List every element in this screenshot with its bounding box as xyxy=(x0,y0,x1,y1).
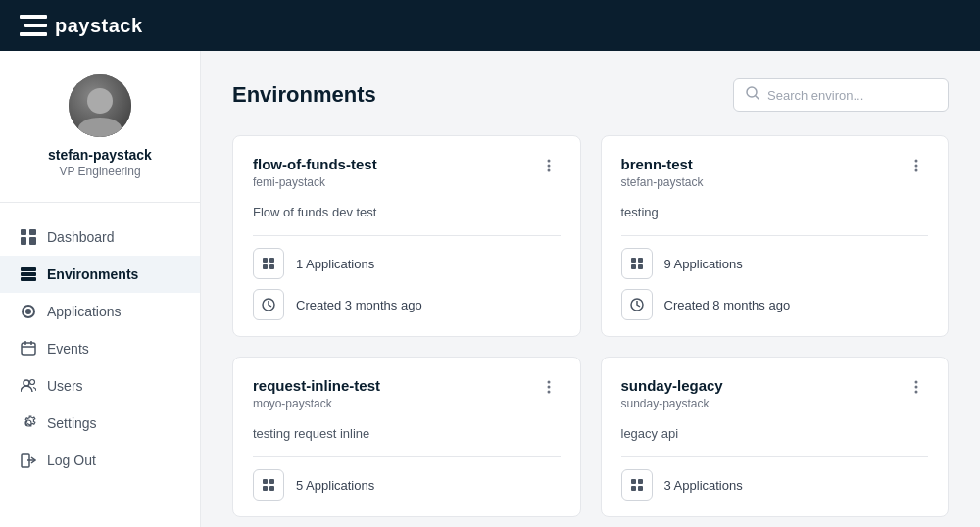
svg-point-38 xyxy=(547,391,550,394)
svg-point-43 xyxy=(915,381,918,384)
env-stat-created: Created 8 months ago xyxy=(621,289,929,320)
svg-rect-4 xyxy=(29,229,36,235)
svg-rect-9 xyxy=(21,277,36,281)
svg-rect-39 xyxy=(263,479,268,484)
env-menu-button[interactable] xyxy=(537,377,561,397)
topbar: paystack xyxy=(0,0,980,51)
logo-text: paystack xyxy=(55,15,143,37)
applications-stat-icon xyxy=(621,469,653,501)
svg-rect-46 xyxy=(631,479,636,484)
env-menu-button[interactable] xyxy=(537,156,561,175)
env-name: request-inline-test xyxy=(253,377,380,394)
svg-point-28 xyxy=(915,160,918,163)
env-stat-applications: 3 Applications xyxy=(621,469,929,501)
svg-rect-2 xyxy=(20,32,47,36)
svg-point-30 xyxy=(915,169,918,172)
svg-point-21 xyxy=(547,165,550,168)
sidebar-item-label: Applications xyxy=(47,304,122,319)
settings-icon xyxy=(20,414,37,432)
applications-stat-icon xyxy=(253,469,284,501)
svg-rect-48 xyxy=(631,486,636,491)
sidebar-item-users[interactable]: Users xyxy=(0,367,200,405)
env-stat-applications: 5 Applications xyxy=(253,469,561,501)
clock-stat-icon xyxy=(253,289,284,320)
env-applications-count: 9 Applications xyxy=(664,257,743,271)
env-menu-button[interactable] xyxy=(905,377,928,397)
sidebar-item-label: Dashboard xyxy=(47,229,115,245)
sidebar-item-label: Log Out xyxy=(47,453,96,468)
env-description: testing xyxy=(621,205,929,219)
svg-point-22 xyxy=(547,169,550,172)
env-divider xyxy=(621,456,929,457)
env-applications-count: 5 Applications xyxy=(296,478,374,493)
environment-card: brenn-test stefan-paystack testing xyxy=(601,135,950,337)
sidebar-item-label: Users xyxy=(47,378,83,394)
env-description: legacy api xyxy=(621,426,929,441)
env-description: Flow of funds dev test xyxy=(253,205,561,219)
svg-point-45 xyxy=(915,391,918,394)
svg-line-19 xyxy=(756,96,759,99)
applications-stat-icon xyxy=(253,248,284,279)
environment-card: sunday-legacy sunday-paystack legacy api xyxy=(601,357,950,517)
main-content: Environments flow-of-funds-test femi-pay… xyxy=(201,51,980,527)
env-stat-applications: 1 Applications xyxy=(253,248,561,279)
svg-point-37 xyxy=(547,386,550,389)
user-role: VP Engineering xyxy=(59,165,140,178)
svg-rect-24 xyxy=(270,258,274,263)
env-applications-count: 3 Applications xyxy=(664,478,743,493)
env-created-date: Created 8 months ago xyxy=(664,298,791,312)
environments-grid: flow-of-funds-test femi-paystack Flow of… xyxy=(232,135,949,517)
nav-menu: Dashboard Environments Applications xyxy=(0,203,200,527)
env-applications-count: 1 Applications xyxy=(296,257,374,271)
sidebar-item-label: Events xyxy=(47,341,89,357)
logo[interactable]: paystack xyxy=(20,15,143,37)
search-input[interactable] xyxy=(767,88,936,103)
user-name: stefan-paystack xyxy=(48,147,152,163)
users-icon xyxy=(20,377,37,395)
svg-rect-42 xyxy=(270,486,274,491)
sidebar-item-dashboard[interactable]: Dashboard xyxy=(0,218,200,256)
environments-icon xyxy=(20,265,37,283)
env-stat-applications: 9 Applications xyxy=(621,248,929,279)
svg-rect-8 xyxy=(21,272,36,276)
sidebar-item-label: Environments xyxy=(47,266,138,282)
svg-rect-49 xyxy=(638,486,643,491)
environment-card: flow-of-funds-test femi-paystack Flow of… xyxy=(232,135,581,337)
sidebar-item-logout[interactable]: Log Out xyxy=(0,442,200,479)
applications-stat-icon xyxy=(621,248,653,279)
logo-icon xyxy=(20,15,47,36)
svg-rect-6 xyxy=(29,237,36,245)
svg-rect-40 xyxy=(270,479,274,484)
env-owner: sunday-paystack xyxy=(621,397,723,410)
svg-rect-31 xyxy=(631,258,636,263)
svg-rect-3 xyxy=(21,229,26,235)
env-owner: stefan-paystack xyxy=(621,175,704,189)
svg-point-44 xyxy=(915,386,918,389)
search-box[interactable] xyxy=(733,78,949,112)
env-divider xyxy=(621,235,929,236)
avatar xyxy=(69,74,131,137)
svg-point-29 xyxy=(915,165,918,168)
svg-point-36 xyxy=(547,381,550,384)
svg-point-20 xyxy=(547,160,550,163)
env-stat-created: Created 3 months ago xyxy=(253,289,561,320)
sidebar-item-label: Settings xyxy=(47,415,97,431)
env-name: sunday-legacy xyxy=(621,377,723,394)
sidebar-item-settings[interactable]: Settings xyxy=(0,405,200,442)
env-name: flow-of-funds-test xyxy=(253,156,377,172)
svg-rect-10 xyxy=(22,343,35,355)
applications-icon xyxy=(20,303,37,320)
svg-rect-7 xyxy=(21,267,36,271)
env-menu-button[interactable] xyxy=(905,156,928,175)
svg-rect-0 xyxy=(20,15,47,19)
clock-stat-icon xyxy=(621,289,653,320)
sidebar-item-events[interactable]: Events xyxy=(0,330,200,367)
svg-rect-26 xyxy=(270,264,274,269)
env-description: testing request inline xyxy=(253,426,561,441)
environment-card: request-inline-test moyo-paystack testin… xyxy=(232,357,581,517)
svg-rect-5 xyxy=(21,237,26,245)
sidebar-item-applications[interactable]: Applications xyxy=(0,293,200,330)
env-divider xyxy=(253,235,561,236)
sidebar-item-environments[interactable]: Environments xyxy=(0,256,200,293)
svg-rect-23 xyxy=(263,258,268,263)
